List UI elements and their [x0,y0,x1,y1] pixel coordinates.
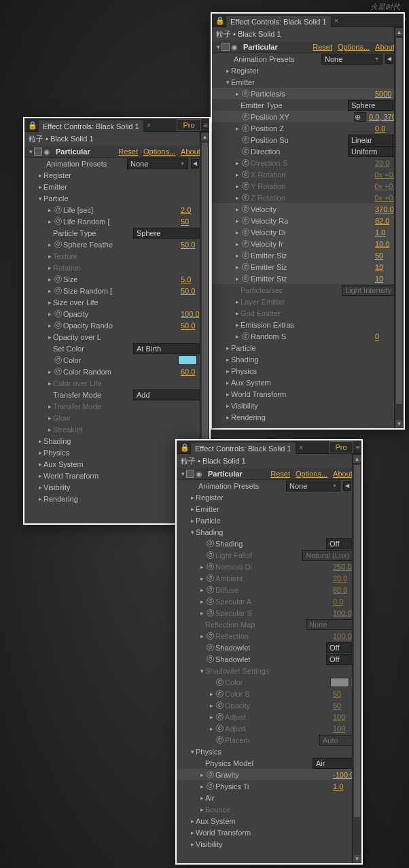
twirl-icon[interactable] [27,148,34,155]
glow-group[interactable]: Glow [53,414,208,422]
shading-group[interactable]: Shading [231,355,402,364]
options-link[interactable]: Options... [338,43,370,51]
stopwatch-icon[interactable]: ⏱ [207,597,214,605]
stopwatch-icon[interactable]: ⏱ [207,771,214,778]
twirl-icon[interactable] [37,461,43,468]
twirl-icon[interactable] [189,494,196,501]
stopwatch-icon[interactable]: ⏱ [207,586,214,593]
twirl-icon[interactable] [37,472,43,479]
fx-eye-icon[interactable]: ◉ [231,43,241,51]
color-swatch[interactable] [330,678,349,687]
scroll-up-icon[interactable]: ▲ [395,27,404,37]
twirl-icon[interactable] [234,206,241,213]
options-link[interactable]: Options... [143,147,175,156]
close-icon[interactable]: × [334,16,338,24]
stopwatch-icon[interactable]: ⏱ [216,678,224,686]
reset-link[interactable]: Reset [313,43,332,51]
twirl-icon[interactable] [46,380,53,387]
aux-group[interactable]: Aux System [231,379,402,387]
stopwatch-icon[interactable]: ⏱ [216,736,224,744]
scroll-down-icon[interactable]: ▼ [353,854,361,863]
visibility-group[interactable]: Visibility [196,840,360,848]
shadowlet-settings-group[interactable]: Shadowlet Settings [205,667,360,675]
twirl-icon[interactable] [234,160,241,167]
twirl-icon[interactable] [208,691,215,697]
twirl-icon[interactable] [189,818,196,824]
stopwatch-icon[interactable]: ⏱ [216,690,224,697]
stopwatch-icon[interactable]: ⏱ [54,287,62,294]
twirl-icon[interactable] [208,702,215,709]
stopwatch-icon[interactable]: ⏱ [207,574,214,582]
opacity-over-l-group[interactable]: Opacity over L [53,333,208,341]
shading-group[interactable]: Shading [196,528,360,536]
reset-link[interactable]: Reset [118,147,138,156]
scrollbar[interactable]: ▲▼ [352,454,361,863]
stopwatch-icon[interactable]: ⏱ [242,90,249,97]
stopwatch-icon[interactable]: ⏱ [216,701,224,709]
visibility-group[interactable]: Visibility [231,402,402,410]
tab-effect-controls[interactable]: Effect Controls: Black Solid 1 [38,120,144,132]
texture-group[interactable]: Texture [53,252,208,260]
physics-group[interactable]: Physics [196,748,360,756]
twirl-icon[interactable] [234,322,241,328]
aux-group[interactable]: Aux System [196,817,360,825]
pro-tab[interactable]: Pro [177,119,200,131]
tab-effect-controls[interactable]: Effect Controls: Black Solid 1 [226,15,332,27]
twirl-icon[interactable] [198,795,205,801]
close-icon[interactable]: × [147,121,151,129]
stopwatch-icon[interactable]: ⏱ [242,113,249,120]
stopwatch-icon[interactable]: ⏱ [242,263,249,271]
twirl-icon[interactable] [234,90,241,97]
twirl-icon[interactable] [224,379,231,386]
particle-group[interactable]: Particle [231,344,402,352]
twirl-icon[interactable] [224,391,231,398]
twirl-icon[interactable] [198,610,205,617]
world-group[interactable]: World Transform [231,390,402,398]
scrollbar[interactable]: ▲▼ [394,27,404,428]
twirl-icon[interactable] [234,298,241,305]
twirl-icon[interactable] [179,470,186,477]
twirl-icon[interactable] [46,311,53,317]
twirl-icon[interactable] [215,44,221,50]
bounce-group[interactable]: Bounce [205,805,360,814]
twirl-icon[interactable] [224,356,231,363]
twirl-icon[interactable] [189,748,196,755]
anim-presets-dropdown[interactable]: None [321,54,383,65]
twirl-icon[interactable] [46,368,53,375]
stopwatch-icon[interactable]: ⏱ [242,194,249,201]
stopwatch-icon[interactable]: ⏱ [242,124,249,132]
particle-group[interactable]: Particle [43,194,208,203]
anim-presets-dropdown[interactable]: None [286,481,340,491]
twirl-icon[interactable] [198,667,205,674]
stopwatch-icon[interactable]: ⏱ [207,563,214,570]
lock-icon[interactable]: 🔒 [215,16,224,24]
register-group[interactable]: Register [196,493,360,502]
twirl-icon[interactable] [198,783,205,790]
stopwatch-icon[interactable]: ⏱ [54,218,62,225]
tab-effect-controls[interactable]: Effect Controls: Black Solid 1 [190,442,296,454]
twirl-icon[interactable] [189,829,196,836]
physics-group[interactable]: Physics [231,367,402,375]
lock-icon[interactable]: 🔒 [180,443,188,451]
stopwatch-icon[interactable]: ⏱ [54,241,62,248]
twirl-icon[interactable] [46,299,53,306]
stopwatch-icon[interactable]: ⏱ [54,310,62,317]
stopwatch-icon[interactable]: ⏱ [54,368,62,375]
twirl-icon[interactable] [208,714,215,721]
stopwatch-icon[interactable]: ⏱ [216,713,224,721]
rendering-group[interactable]: Rendering [231,413,402,421]
twirl-icon[interactable] [46,334,53,341]
scroll-down-icon[interactable]: ▼ [395,419,404,428]
stopwatch-icon[interactable]: ⏱ [242,228,249,236]
stopwatch-icon[interactable]: ⏱ [54,322,62,329]
twirl-icon[interactable] [234,241,241,247]
options-link[interactable]: Options... [296,470,327,478]
stopwatch-icon[interactable]: ⏱ [242,251,249,259]
stopwatch-icon[interactable]: ⏱ [54,206,62,213]
reset-link[interactable]: Reset [270,470,290,478]
stopwatch-icon[interactable]: ⏱ [207,782,214,790]
stopwatch-icon[interactable]: ⏱ [242,159,249,167]
twirl-icon[interactable] [224,345,231,351]
set-color-dropdown[interactable]: At Birth [133,343,208,354]
twirl-icon[interactable] [234,183,241,190]
